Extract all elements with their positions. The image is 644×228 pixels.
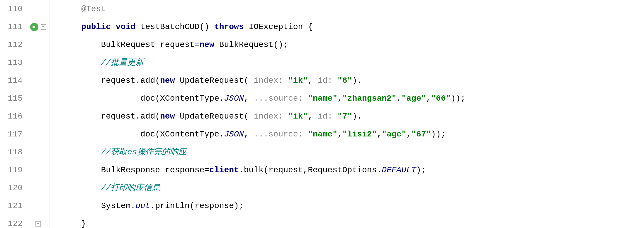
string-7: "7" [337, 107, 352, 125]
doc-call-2: doc(XContentType. [62, 125, 224, 143]
semicolon-1: ); [416, 161, 426, 179]
sep-6: , [406, 125, 411, 143]
line-numbers: 110 111 112 113 114 115 116 117 118 119 … [0, 0, 26, 228]
update-request-2: UpdateRequest( [175, 107, 249, 125]
bulk-request-decl: BulkRequest request= [62, 36, 199, 54]
fold-start-icon[interactable]: − [41, 24, 46, 30]
line-number-122: 122 [0, 215, 26, 228]
sep-4: , [337, 125, 342, 143]
gutter-row-113 [26, 54, 50, 72]
comma-4: , [244, 125, 254, 143]
string-67: "67" [411, 125, 431, 143]
gutter-row-119 [26, 161, 50, 179]
gutter-row-122[interactable]: − [26, 215, 50, 228]
chain-1: ). [352, 72, 362, 89]
keyword-new-1: new [199, 36, 214, 54]
string-6: "6" [337, 72, 352, 89]
string-66: "66" [431, 89, 451, 107]
close-1: )); [451, 89, 465, 107]
out-field: out [135, 197, 150, 215]
code-line-115: doc(XContentType.JSON, ...source: "name"… [62, 89, 644, 107]
gutter-row-111[interactable]: − [26, 18, 50, 36]
system-out: System. [62, 197, 135, 215]
fold-end-icon[interactable]: − [35, 221, 41, 227]
gutter-row-114 [26, 72, 50, 89]
line-number-120: 120 [0, 179, 26, 197]
string-name-1: "name" [308, 89, 337, 107]
close-method: } [62, 215, 86, 228]
exception-type: IOException { [244, 18, 313, 36]
doc-call-1: doc(XContentType. [62, 89, 224, 107]
default-field: DEFAULT [382, 161, 416, 179]
line-number-119: 119 [0, 161, 26, 179]
sep-5: , [377, 125, 382, 143]
run-test-icon[interactable] [30, 23, 38, 31]
line-number-116: 116 [0, 107, 26, 125]
string-age-2: "age" [382, 125, 406, 143]
gutter-row-112 [26, 36, 50, 54]
code-line-113: //批量更新 [62, 54, 644, 72]
bulk-call: .bulk(request,RequestOptions. [239, 161, 382, 179]
line-number-111: 111 [0, 18, 26, 36]
comment-get-response: //获取es操作完的响应 [62, 143, 186, 161]
sep-3: , [426, 89, 431, 107]
gutter-row-116 [26, 107, 50, 125]
comment-print-info: //打印响应信息 [62, 179, 160, 197]
line-number-117: 117 [0, 125, 26, 143]
param-source-1: ...source: [254, 89, 308, 107]
gutter-row-117 [26, 125, 50, 143]
code-line-112: BulkRequest request=new BulkRequest(); [62, 36, 644, 54]
line-number-118: 118 [0, 143, 26, 161]
code-area: @Test public void testBatchCUD() throws … [50, 0, 644, 228]
keyword-client: client [209, 161, 239, 179]
close-2: )); [431, 125, 446, 143]
gutter-row-121 [26, 197, 50, 215]
request-add-2: request.add( [62, 107, 160, 125]
code-line-116: request.add(new UpdateRequest( index: "i… [62, 107, 644, 125]
param-id-2: id: [318, 107, 337, 125]
line-number-113: 113 [0, 54, 26, 72]
sep-2: , [397, 89, 402, 107]
param-source-2: ...source: [254, 125, 308, 143]
param-index-1: index: [249, 72, 288, 89]
annotation-test: @Test [62, 0, 106, 18]
code-line-117: doc(XContentType.JSON, ...source: "name"… [62, 125, 644, 143]
keyword-public: public void [62, 18, 140, 36]
line-number-110: 110 [0, 0, 26, 18]
code-line-119: BulkResponse response=client.bulk(reques… [62, 161, 644, 179]
param-index-2: index: [249, 107, 288, 125]
gutter: − − [26, 0, 50, 228]
json-field-2: JSON [224, 125, 244, 143]
gutter-row-110 [26, 0, 50, 18]
gutter-row-118 [26, 143, 50, 161]
param-id-1: id: [318, 72, 337, 89]
code-line-121: System.out.println(response); [62, 197, 644, 215]
sep-1: , [337, 89, 342, 107]
code-line-110: @Test [62, 0, 644, 18]
code-line-120: //打印响应信息 [62, 179, 644, 197]
string-name-2: "name" [308, 125, 337, 143]
gutter-row-120 [26, 179, 50, 197]
string-zhangsan2: "zhangsan2" [342, 89, 397, 107]
code-line-111: public void testBatchCUD() throws IOExce… [62, 18, 644, 36]
string-age-1: "age" [401, 89, 426, 107]
line-number-114: 114 [0, 72, 26, 89]
bulk-response-decl: BulkResponse response= [62, 161, 209, 179]
chain-2: ). [352, 107, 362, 125]
comma-2: , [244, 89, 254, 107]
method-name: testBatchCUD() [140, 18, 214, 36]
code-line-118: //获取es操作完的响应 [62, 143, 644, 161]
line-number-112: 112 [0, 36, 26, 54]
code-line-114: request.add(new UpdateRequest( index: "i… [62, 72, 644, 89]
line-number-121: 121 [0, 197, 26, 215]
gutter-row-115 [26, 89, 50, 107]
comma-3: , [308, 107, 318, 125]
println-call: .println(response); [150, 197, 244, 215]
bulk-request-ctor: BulkRequest(); [214, 36, 288, 54]
string-ik-2: "ik" [288, 107, 308, 125]
string-lisi2: "lisi2" [342, 125, 377, 143]
line-number-115: 115 [0, 89, 26, 107]
request-add-1: request.add( [62, 72, 160, 89]
keyword-throws: throws [214, 18, 244, 36]
string-ik-1: "ik" [288, 72, 308, 89]
